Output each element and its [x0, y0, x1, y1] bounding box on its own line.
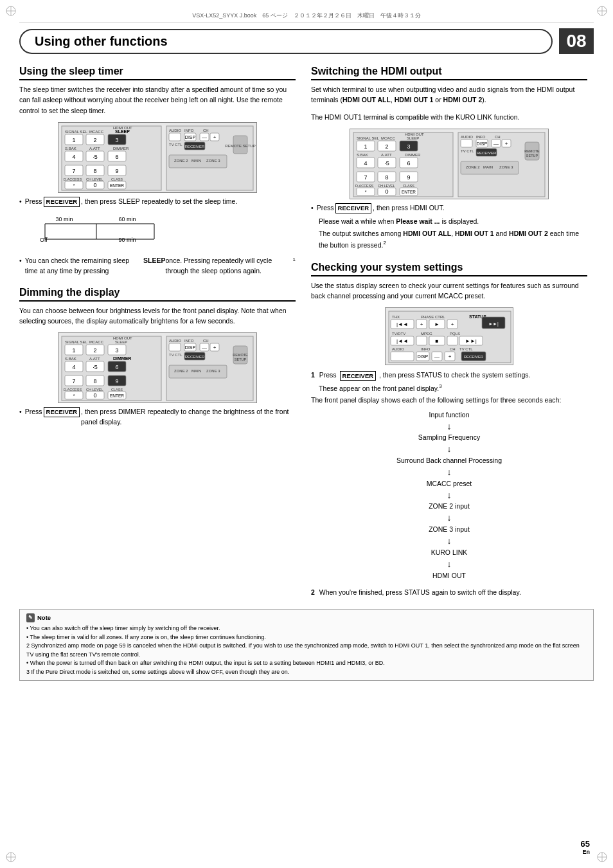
flow-item-2: Surround Back channel Processing	[311, 455, 587, 467]
svg-text:6: 6	[115, 364, 118, 370]
flow-arrow-0: ↓	[311, 421, 587, 432]
header-section: Using other functions 08	[19, 28, 594, 54]
svg-text:ZONE 3: ZONE 3	[206, 159, 220, 163]
svg-text:SLEEP: SLEEP	[115, 340, 127, 344]
svg-text:A.ATT: A.ATT	[89, 147, 100, 150]
svg-text:SIGNAL SEL: SIGNAL SEL	[357, 136, 379, 140]
svg-text:30 min: 30 min	[55, 216, 73, 222]
corner-mark-tr	[596, 5, 608, 17]
hdmi-bullet1-pre: Press	[317, 203, 334, 213]
note-item-2: 2 Synchronized amp mode on page 59 is ca…	[26, 642, 587, 659]
svg-text:4: 4	[72, 364, 75, 370]
flow-arrow-list: Input function ↓ Sampling Frequency ↓ Su…	[311, 409, 587, 582]
system-settings-section: Checking your system settings Use the st…	[311, 262, 587, 597]
svg-text:CH LEVEL: CH LEVEL	[378, 184, 395, 188]
svg-rect-51	[169, 133, 181, 141]
system-step2: 2 When you're finished, press STATUS aga…	[311, 588, 587, 597]
svg-text:ZONE 3: ZONE 3	[499, 165, 513, 169]
svg-text:CH: CH	[203, 129, 209, 132]
svg-text:SIGNAL SEL: SIGNAL SEL	[65, 130, 87, 134]
hdmi-output-body: Set which terminal to use when outputtin…	[311, 84, 587, 105]
svg-text:7: 7	[72, 168, 75, 174]
svg-text:ZONE 2: ZONE 2	[174, 159, 188, 163]
note-item-3: • When the power is turned off then back…	[26, 659, 587, 668]
sleep-diagram-svg: 30 min 60 min Off 90 min	[32, 212, 173, 251]
dimmer-bullet1: Press RECEIVER , then press DIMMER repea…	[19, 407, 296, 428]
dimmer-bullet1-post: , then press DIMMER repeatedly to change…	[81, 407, 296, 428]
hdmi-note1-pre: Please wait a while when	[319, 217, 396, 225]
svg-text:·5: ·5	[93, 154, 98, 160]
svg-text:►: ►	[434, 321, 440, 327]
svg-text:DISP: DISP	[477, 141, 488, 146]
svg-text:CLASS: CLASS	[111, 388, 123, 392]
notes-section: ✎ Note • You can also switch off the sle…	[19, 609, 594, 681]
note-icon: ✎	[26, 613, 35, 622]
sleep-bullet1-post: , then press SLEEP repeatedly to set the…	[81, 197, 237, 207]
section-title-bar: Using other functions	[19, 29, 553, 54]
svg-rect-173	[461, 140, 472, 147]
dimming-heading: Dimming the display	[19, 287, 296, 302]
svg-text:CH: CH	[203, 339, 209, 343]
dimming-body-text: You can choose between four brightness l…	[19, 307, 287, 325]
svg-text:ENTER: ENTER	[110, 393, 124, 398]
hdmi-bold2: HDMI OUT 1	[395, 96, 434, 104]
hdmi-end1: ).	[482, 96, 486, 104]
svg-text:SETUP: SETUP	[235, 357, 247, 361]
svg-text:CLASS: CLASS	[403, 184, 414, 188]
svg-text:4: 4	[364, 160, 367, 167]
dimmer-remote-image: HDMI OUT SIGNAL SEL MCACC SLEEP 1 2 3 S.…	[19, 332, 296, 403]
svg-rect-212	[447, 336, 458, 345]
hdmi-note1-bold: Please wait ...	[396, 217, 440, 225]
svg-text:HDMI OUT: HDMI OUT	[113, 126, 132, 130]
corner-mark-bl	[5, 851, 17, 863]
hdmi-remote-image: HDMI OUT SIGNAL SEL MCACC SLEEP 1 2 3 S.…	[311, 129, 587, 199]
corner-mark-tl	[5, 5, 17, 17]
svg-text:SLEEP: SLEEP	[115, 129, 130, 134]
sleep-bullet2-bold: SLEEP	[143, 256, 165, 266]
svg-text:60 min: 60 min	[118, 216, 136, 222]
svg-text:INFO: INFO	[184, 129, 194, 132]
svg-point-6	[6, 853, 15, 862]
sleep-diagram: 30 min 60 min Off 90 min	[32, 212, 296, 251]
section-title: Using other functions	[35, 34, 168, 48]
svg-text:■: ■	[436, 338, 439, 344]
chapter-label: 08	[559, 28, 594, 54]
hdmi-note2: The output switches among HDMI OUT ALL, …	[319, 229, 587, 250]
svg-text:6: 6	[407, 160, 410, 167]
hdmi-bullet1: Press RECEIVER , then press HDMI OUT.	[311, 203, 587, 213]
system-step1: 1 Press RECEIVER , then press STATUS to …	[311, 370, 587, 381]
svg-text:+: +	[451, 321, 454, 327]
hdmi-bold3: HDMI OUT 2	[443, 96, 483, 104]
step1-sub: These appear on the front panel display.…	[319, 383, 587, 392]
svg-text:DISP: DISP	[418, 354, 429, 359]
flow-arrow-4: ↓	[311, 512, 587, 523]
notes-title-text: Note	[37, 613, 51, 622]
svg-text:·5: ·5	[384, 160, 389, 167]
svg-text:INFO: INFO	[421, 347, 431, 351]
svg-text:CH LEVEL: CH LEVEL	[86, 177, 103, 181]
svg-point-0	[6, 6, 15, 15]
step1-post: , then press STATUS to check the system …	[379, 371, 530, 379]
hdmi-note2-bold2: HDMI OUT 1	[455, 230, 494, 237]
hdmi-note2-post: and	[494, 230, 509, 237]
svg-text:+: +	[213, 134, 217, 140]
svg-text:RECEIVER: RECEIVER	[185, 355, 205, 359]
svg-text:3: 3	[115, 347, 118, 354]
footer-area: 65 En	[581, 839, 590, 855]
svg-text:0: 0	[93, 392, 96, 399]
sleep-timer-section: Using the sleep timer The sleep timer sw…	[19, 66, 296, 276]
sleep-bullet2-pre: You can check the remaining sleep time a…	[25, 256, 143, 276]
sleep-receiver-key: RECEIVER	[44, 197, 80, 207]
flow-item-4: ZONE 2 input	[311, 500, 587, 512]
step1-num: 1	[311, 371, 315, 379]
svg-text:DISP: DISP	[185, 345, 196, 350]
svg-text:2: 2	[93, 137, 96, 143]
svg-rect-117	[169, 343, 181, 351]
svg-text:ZONE 2: ZONE 2	[174, 369, 188, 373]
svg-text:S.BAK: S.BAK	[357, 153, 368, 157]
sleep-bullet2: You can check the remaining sleep time a…	[19, 256, 296, 276]
two-column-layout: Using the sleep timer The sleep timer sw…	[19, 66, 594, 600]
left-column: Using the sleep timer The sleep timer sw…	[19, 66, 296, 600]
svg-text:AUDIO: AUDIO	[392, 347, 404, 351]
dimming-body: You can choose between four brightness l…	[19, 305, 296, 327]
